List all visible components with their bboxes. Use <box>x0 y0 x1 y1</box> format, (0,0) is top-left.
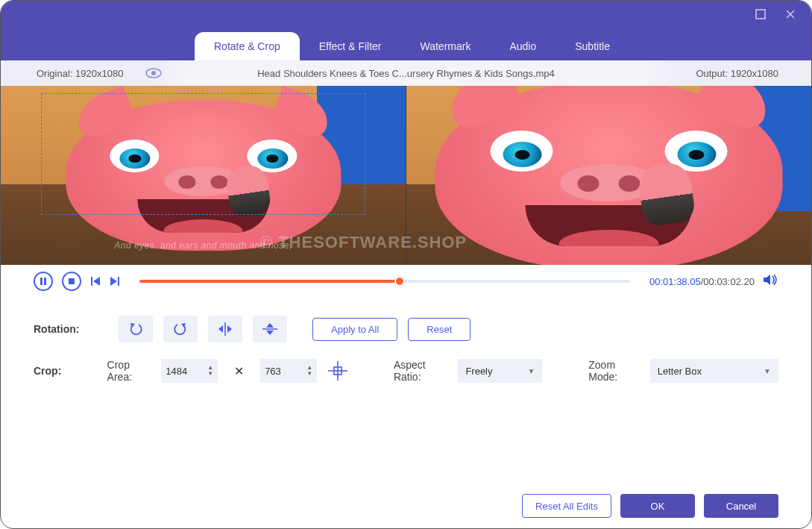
svg-rect-6 <box>44 278 46 285</box>
center-crop-button[interactable] <box>327 359 347 383</box>
svg-rect-0 <box>756 10 765 19</box>
crop-height-input[interactable]: ▲▼ <box>260 359 317 383</box>
playback-controls: 00:01:38.05/00:03:02.20 <box>1 265 811 298</box>
svg-rect-8 <box>91 277 92 286</box>
time-display: 00:01:38.05/00:03:02.20 <box>649 276 755 287</box>
svg-rect-5 <box>40 278 43 285</box>
times-icon: ✕ <box>234 364 244 378</box>
info-original: Original: 1920x1080 <box>1 60 187 86</box>
original-size-label: Original: 1920x1080 <box>37 68 123 79</box>
chevron-down-icon: ▼ <box>528 367 535 375</box>
reset-all-edits-button[interactable]: Reset All Edits <box>522 494 611 518</box>
rotate-left-button[interactable] <box>119 316 153 342</box>
chevron-down-icon: ▼ <box>764 367 771 375</box>
rotate-right-button[interactable] <box>163 316 198 342</box>
subtitle-text: And eyes, and ears and mouth and nose, <box>114 240 292 251</box>
tab-watermark[interactable]: Watermark <box>401 32 491 60</box>
height-down[interactable]: ▼ <box>306 371 312 377</box>
next-frame-button[interactable] <box>110 276 120 287</box>
crop-row: Crop: Crop Area: ▲▼ ✕ ▲▼ Aspect Ratio: F… <box>34 359 778 383</box>
zoom-mode-select[interactable]: Letter Box ▼ <box>650 359 778 383</box>
crop-area-label: Crop Area: <box>107 359 150 383</box>
crop-selection-box[interactable] <box>41 93 365 215</box>
ok-button[interactable]: OK <box>620 494 695 518</box>
video-editor-dialog: Rotate & Crop Effect & Filter Watermark … <box>0 0 812 529</box>
svg-rect-7 <box>69 278 75 284</box>
output-preview[interactable] <box>406 86 811 265</box>
options-panel: Rotation: Apply to All Reset Crop: Crop … <box>1 298 811 417</box>
original-preview[interactable]: And eyes, and ears and mouth and nose, <box>1 86 406 265</box>
output-size-label: Output: 1920x1080 <box>696 68 778 79</box>
stop-button[interactable] <box>62 272 81 291</box>
timeline-thumb[interactable] <box>394 276 405 287</box>
preview-area: And eyes, and ears and mouth and nose, ©… <box>1 86 811 265</box>
filename-label: Head Shoulders Knees & Toes C...ursery R… <box>257 68 555 79</box>
svg-marker-17 <box>227 325 232 333</box>
rotation-row: Rotation: Apply to All Reset <box>34 316 778 342</box>
reset-rotation-button[interactable]: Reset <box>408 318 470 341</box>
zoom-mode-label: Zoom Mode: <box>588 359 638 383</box>
crop-label: Crop: <box>34 365 97 377</box>
time-total: 00:03:02.20 <box>703 276 755 287</box>
aspect-ratio-select[interactable]: Freely ▼ <box>458 359 542 383</box>
tabs: Rotate & Crop Effect & Filter Watermark … <box>1 28 811 60</box>
svg-rect-10 <box>118 277 119 286</box>
rotation-label: Rotation: <box>34 323 108 335</box>
minimize-button[interactable] <box>755 8 767 20</box>
time-current: 00:01:38.05 <box>649 276 701 287</box>
dialog-footer: Reset All Edits OK Cancel <box>1 483 811 528</box>
svg-marker-20 <box>266 331 274 335</box>
zoom-mode-value: Letter Box <box>658 366 702 377</box>
svg-marker-9 <box>93 277 100 286</box>
svg-marker-11 <box>110 277 117 286</box>
timeline-slider[interactable] <box>139 280 630 283</box>
svg-marker-19 <box>266 323 274 328</box>
aspect-ratio-label: Aspect Ratio: <box>394 359 446 383</box>
titlebar <box>1 1 811 28</box>
close-button[interactable] <box>784 8 796 20</box>
apply-to-all-button[interactable]: Apply to All <box>312 318 397 341</box>
width-down[interactable]: ▼ <box>207 371 213 377</box>
cancel-button[interactable]: Cancel <box>704 494 778 518</box>
svg-marker-16 <box>218 325 223 333</box>
tab-audio[interactable]: Audio <box>490 32 556 60</box>
flip-vertical-button[interactable] <box>253 316 287 342</box>
preview-compare-icon[interactable] <box>145 68 162 78</box>
crop-height-field[interactable] <box>260 359 305 383</box>
info-output: Output: 1920x1080 <box>647 60 811 86</box>
svg-point-4 <box>151 71 156 75</box>
tab-subtitle[interactable]: Subtitle <box>556 32 629 60</box>
crop-width-input[interactable]: ▲▼ <box>161 359 218 383</box>
svg-marker-12 <box>764 275 770 285</box>
info-bar: Original: 1920x1080 Head Shoulders Knees… <box>1 60 811 86</box>
flip-horizontal-button[interactable] <box>208 316 242 342</box>
crop-width-field[interactable] <box>161 359 206 383</box>
tab-rotate-crop[interactable]: Rotate & Crop <box>195 32 300 60</box>
prev-frame-button[interactable] <box>90 276 101 287</box>
volume-button[interactable] <box>764 274 778 289</box>
pause-button[interactable] <box>34 272 53 291</box>
tab-effect-filter[interactable]: Effect & Filter <box>300 32 401 60</box>
aspect-ratio-value: Freely <box>465 366 492 377</box>
